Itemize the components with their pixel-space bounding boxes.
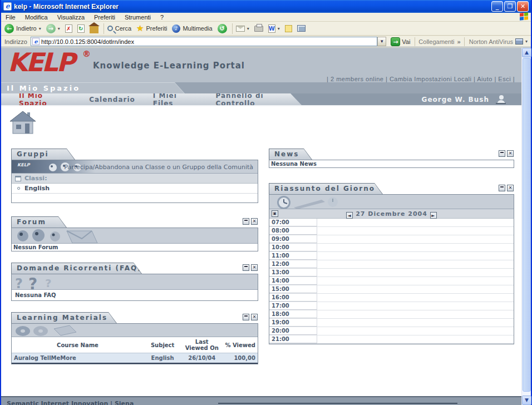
- footer-text[interactable]: Semantic Internet Innovation | Siena: [7, 400, 134, 405]
- toolbar-separator: [104, 23, 104, 34]
- riassunto-minimize-button[interactable]: [499, 185, 505, 191]
- learning-minimize-button[interactable]: [243, 314, 249, 320]
- col-subject: Subject: [144, 337, 181, 353]
- mail-button[interactable]: ▾: [236, 26, 249, 32]
- page-footer: Semantic Internet Innovation | Siena: [1, 396, 523, 405]
- forum-close-button[interactable]: ✕: [251, 218, 258, 225]
- hour-row[interactable]: 17:00: [269, 302, 514, 310]
- scroll-thumb[interactable]: [523, 58, 531, 392]
- tab-il-mio-spazio[interactable]: Il Mio Spazio: [19, 92, 71, 107]
- close-button[interactable]: ✕: [517, 1, 529, 12]
- messenger-button[interactable]: [297, 25, 306, 32]
- hour-row[interactable]: 19:00: [269, 319, 514, 327]
- scroll-down-button[interactable]: ▼: [522, 396, 531, 405]
- calendar-date-nav: ▣ ◄27 Dicembre 2004►: [269, 209, 514, 219]
- news-minimize-button[interactable]: [499, 150, 505, 157]
- norton-antivirus-toolbar[interactable]: Norton AntiVirus▾: [464, 37, 531, 46]
- scroll-up-button[interactable]: ▲: [522, 48, 531, 57]
- word-icon: W: [268, 24, 275, 33]
- back-button[interactable]: ←Indietro▾: [4, 24, 41, 33]
- user-box: George W. Bush: [422, 95, 506, 104]
- hour-row[interactable]: 09:00: [269, 235, 514, 244]
- space-tab-bar: Il Mio Spazio: [1, 82, 523, 93]
- faq-minimize-button[interactable]: [243, 264, 249, 271]
- ie-app-icon: e: [3, 2, 12, 11]
- gruppi-join-link[interactable]: Partecipa/Abbandona una Classe o un Grup…: [64, 163, 253, 170]
- print-button[interactable]: [254, 26, 263, 32]
- hour-row[interactable]: 10:00: [269, 244, 514, 252]
- portlet-forum: Forum ✕ Nessun Forum: [11, 216, 258, 251]
- hour-row[interactable]: 14:00: [269, 277, 514, 285]
- cell-course-name[interactable]: Auralog TellMeMore: [12, 353, 144, 363]
- hour-row[interactable]: 12:00: [269, 260, 514, 269]
- hour-row[interactable]: 11:00: [269, 252, 514, 260]
- back-icon: ←: [4, 24, 14, 33]
- address-input[interactable]: e http://10.0.0.125:8004/dotlrn/index: [31, 37, 377, 46]
- media-button[interactable]: ♪Multimedia: [172, 24, 212, 33]
- class-item-english[interactable]: English: [12, 184, 258, 194]
- learning-close-button[interactable]: ✕: [251, 314, 258, 320]
- riassunto-banner: [269, 195, 514, 209]
- faq-close-button[interactable]: ✕: [251, 264, 258, 271]
- favorites-button[interactable]: ★Preferiti: [136, 23, 167, 33]
- prev-day-button[interactable]: ◄: [346, 212, 353, 219]
- svg-text:KELP: KELP: [17, 162, 31, 167]
- hour-row[interactable]: 18:00: [269, 310, 514, 319]
- tab-calendario[interactable]: Calendario: [89, 96, 135, 103]
- news-close-button[interactable]: ✕: [507, 150, 514, 157]
- star-icon: ★: [136, 23, 144, 33]
- stop-button[interactable]: ✗: [65, 24, 72, 33]
- tab-pannello-di-controllo[interactable]: Pannello di Controllo: [216, 92, 302, 107]
- history-button[interactable]: ↺: [218, 24, 227, 33]
- restore-button[interactable]: ❐: [504, 1, 516, 12]
- forward-button[interactable]: →▾: [46, 24, 60, 33]
- hour-row[interactable]: 13:00: [269, 269, 514, 277]
- address-label: Indirizzo: [1, 38, 31, 45]
- hour-row[interactable]: 15:00: [269, 285, 514, 294]
- table-row[interactable]: Auralog TellMeMore English 26/10/04 100,…: [12, 353, 258, 363]
- menu-help[interactable]: ?: [160, 14, 164, 21]
- discuss-button[interactable]: [285, 25, 292, 32]
- page-content: KELP ® Knowledge E-Learning Portal | 2 m…: [1, 48, 523, 405]
- nav-tabs: Il Mio Spazio Calendario I Miei Files Pa…: [1, 93, 302, 105]
- table-bottom-rule: [12, 363, 258, 364]
- minimize-button[interactable]: _: [491, 1, 503, 12]
- cell-subject: English: [144, 353, 181, 363]
- hour-row[interactable]: 16:00: [269, 294, 514, 302]
- forward-icon: →: [46, 24, 56, 33]
- hour-row[interactable]: 07:00: [269, 219, 514, 227]
- forum-minimize-button[interactable]: [243, 218, 249, 225]
- links-toolbar[interactable]: Collegamenti»: [415, 37, 464, 46]
- menu-modifica[interactable]: Modifica: [25, 14, 48, 21]
- address-dropdown-button[interactable]: ▼: [377, 37, 386, 46]
- refresh-button[interactable]: ↻: [77, 24, 85, 33]
- col-last-viewed: Last Viewed On: [181, 337, 222, 353]
- portlet-faq: Domande Ricorrenti (FAQ) ✕ ? ? ? Nessuna…: [11, 263, 258, 301]
- next-day-button[interactable]: ►: [430, 212, 437, 219]
- title-bar: e kelp - Microsoft Internet Explorer _ ❐…: [1, 0, 531, 13]
- menu-bar: File Modifica Visualizza Preferiti Strum…: [1, 13, 531, 22]
- menu-preferiti[interactable]: Preferiti: [94, 14, 115, 21]
- riassunto-close-button[interactable]: ✕: [507, 185, 514, 191]
- home-button[interactable]: [90, 24, 98, 33]
- hour-row[interactable]: 08:00: [269, 227, 514, 235]
- toolbar-separator: [232, 23, 233, 34]
- hour-row[interactable]: 21:00: [269, 335, 514, 344]
- edit-word-button[interactable]: W▾: [268, 24, 280, 33]
- tab-i-miei-files[interactable]: I Miei Files: [153, 92, 198, 107]
- go-button[interactable]: →Vai: [391, 37, 410, 46]
- home-page-icon[interactable]: [9, 110, 37, 136]
- menu-visualizza[interactable]: Visualizza: [57, 14, 85, 21]
- header-meta-links[interactable]: | 2 members online | Cambia Impostazioni…: [327, 76, 515, 82]
- bullet-icon: [17, 187, 20, 190]
- table-header-row: Course Name Subject Last Viewed On % Vie…: [12, 337, 258, 353]
- space-tab[interactable]: Il Mio Spazio: [1, 82, 185, 93]
- user-name: George W. Bush: [422, 96, 489, 103]
- menu-file[interactable]: File: [6, 14, 16, 21]
- menu-strumenti[interactable]: Strumenti: [125, 14, 151, 21]
- svg-text:?: ?: [15, 276, 23, 290]
- vertical-scrollbar[interactable]: ▲ ▼: [521, 48, 531, 405]
- search-button[interactable]: Cerca: [107, 25, 131, 32]
- hour-row[interactable]: 20:00: [269, 327, 514, 335]
- history-icon: ↺: [218, 24, 227, 33]
